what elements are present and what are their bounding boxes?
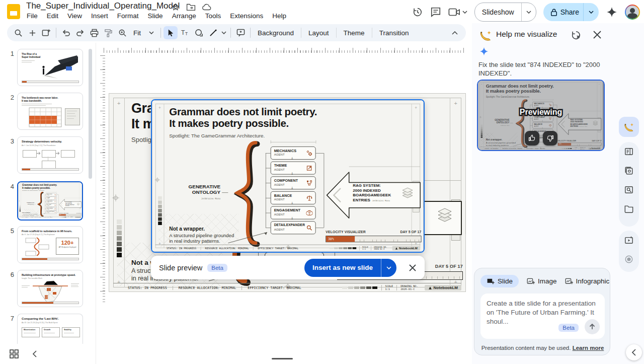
connector-line <box>266 183 271 183</box>
connector-line <box>266 153 271 154</box>
filmstrip-scrollbar[interactable] <box>89 49 92 179</box>
line-tool[interactable] <box>206 26 220 39</box>
generated-preview-card[interactable]: + + + + Grammar does not limit poetry. I… <box>477 80 605 151</box>
grid-view-icon[interactable] <box>9 349 19 359</box>
menu-extensions[interactable]: Extensions <box>225 11 268 21</box>
slide-number: 1 <box>5 50 14 57</box>
arrow-up-icon <box>589 323 596 330</box>
insert-options-dropdown[interactable] <box>381 259 396 277</box>
theme-button[interactable]: Theme <box>339 27 369 39</box>
article-sidebar-icon[interactable] <box>619 142 639 161</box>
menu-edit[interactable]: Edit <box>42 11 63 21</box>
menu-insert[interactable]: Insert <box>87 11 113 21</box>
previewing-label: Previewing Previewing <box>478 108 604 117</box>
share-dropdown[interactable] <box>583 3 599 21</box>
thumbs-up-button[interactable] <box>525 131 539 145</box>
undo-icon[interactable] <box>59 26 73 39</box>
slide-thumbnail-3[interactable]: Strategy determines velocity. Act I: Jan… <box>17 136 83 174</box>
image-search-icon[interactable] <box>619 180 639 199</box>
insert-as-new-slide-button[interactable]: Insert as new slide <box>304 259 396 277</box>
grayscale-chips <box>342 286 377 289</box>
flow-arrow-icon <box>36 152 41 155</box>
menu-slide[interactable]: Slide <box>143 11 168 21</box>
select-tool[interactable] <box>164 26 178 39</box>
video-sparkle-icon[interactable] <box>619 231 639 250</box>
photo-stack-icon[interactable] <box>619 161 639 180</box>
print-icon[interactable] <box>87 26 101 39</box>
grayscale-chips <box>330 247 356 249</box>
window-resize-handle[interactable] <box>272 358 293 359</box>
slide-thumbnail-2[interactable]: The bottleneck was never labor.It was ba… <box>17 93 83 130</box>
redo-icon[interactable] <box>73 26 87 39</box>
generation-prompt-input[interactable]: Create a title slide for a presentation … <box>480 294 605 339</box>
clear-history-icon[interactable] <box>571 30 582 41</box>
slide-thumbnail-6[interactable]: Building infrastructure at prototype spe… <box>17 270 83 307</box>
slides-logo-icon[interactable] <box>7 4 20 19</box>
velocity-row: VELOCITY VISUALIZERDAY 5 OF 17 <box>59 213 82 214</box>
menu-help[interactable]: Help <box>268 11 291 21</box>
meet-camera-icon[interactable] <box>448 7 460 17</box>
flow-arrow-icon: ↓ <box>51 210 51 210</box>
record-icon[interactable] <box>619 250 639 269</box>
collapse-toolbar-icon[interactable] <box>448 26 462 39</box>
connector-line <box>266 153 266 228</box>
search-menus-icon[interactable] <box>11 26 25 39</box>
line-tool-dropdown[interactable] <box>220 26 228 39</box>
thumbs-down-button[interactable] <box>543 131 557 145</box>
slide-thumbnail-7[interactable]: Conquering the 'Last 80%'. Act III: Jan … <box>17 314 83 344</box>
version-history-icon[interactable] <box>412 7 423 18</box>
flow-arrow-icon: ↓ <box>291 217 294 220</box>
learn-more-link[interactable]: Learn more <box>573 345 604 351</box>
menu-view[interactable]: View <box>63 11 87 21</box>
layout-button[interactable]: Layout <box>304 27 334 39</box>
gemini-spark-icon[interactable] <box>606 6 618 18</box>
connector-line <box>266 228 271 228</box>
slideshow-dropdown[interactable] <box>521 3 536 21</box>
new-slide-layout-icon[interactable] <box>39 26 53 39</box>
corner-mark: + <box>158 106 161 110</box>
new-slide-plus-icon[interactable] <box>25 26 39 39</box>
avatar[interactable] <box>625 5 640 20</box>
transition-button[interactable]: Transition <box>375 27 414 39</box>
dimension-line <box>271 142 316 142</box>
close-panel-icon[interactable] <box>593 30 602 39</box>
slideshow-button[interactable]: Slideshow <box>474 3 536 22</box>
menu-tools[interactable]: Tools <box>201 11 226 21</box>
gears-icon <box>306 150 313 157</box>
collapse-side-panel-button[interactable] <box>626 344 642 360</box>
document-title[interactable]: The_Super_Individual_Operating_Model <box>26 1 180 11</box>
insert-comment-icon[interactable] <box>233 26 248 39</box>
text-box-tool[interactable]: TT <box>178 26 192 39</box>
zoom-select[interactable]: Fit <box>129 28 158 38</box>
input-placeholder: Create a title slide for a presentation … <box>487 299 598 326</box>
menu-arrange[interactable]: Arrange <box>168 11 201 21</box>
comments-icon[interactable] <box>430 7 441 18</box>
collapse-filmstrip-icon[interactable] <box>32 350 37 357</box>
dismiss-preview-icon[interactable] <box>409 264 417 272</box>
slide-thumbnail-4-selected[interactable]: + + + + Grammar does not limit poetry. I… <box>17 181 83 221</box>
folder-icon[interactable] <box>619 199 639 219</box>
move-folder-icon[interactable] <box>186 3 196 11</box>
submit-prompt-button[interactable] <box>585 319 600 334</box>
slide-number: 4 <box>5 183 14 190</box>
zoom-icon[interactable] <box>115 26 129 39</box>
menu-format[interactable]: Format <box>113 11 143 21</box>
tab-infographic[interactable]: Infographic <box>565 277 610 285</box>
slide-preview-overlay[interactable]: + + + + Grammar does not limit poetry. I… <box>151 99 425 253</box>
tab-slide[interactable]: Slide <box>480 275 519 287</box>
background-button[interactable]: Background <box>253 27 298 39</box>
tab-image[interactable]: Image <box>527 277 557 285</box>
slide-thumbnail-1[interactable]: The Rise of aSuper Individual <box>17 49 83 86</box>
paint-format-icon[interactable] <box>101 26 115 39</box>
status-strip: STATUS: IN PROGRESS RESOURCE ALLOCATION:… <box>113 283 461 290</box>
cloud-status-icon[interactable] <box>202 4 212 11</box>
help-me-visualize-rail-button[interactable] <box>619 117 639 137</box>
slide-thumbnail-5[interactable]: From scaffold to substance in 96 hours. … <box>17 226 83 263</box>
menu-file[interactable]: File <box>22 11 42 21</box>
shape-tool[interactable] <box>192 26 206 39</box>
share-button[interactable]: Share <box>543 3 599 21</box>
horizontal-ruler <box>104 47 464 53</box>
chevron-down-icon[interactable] <box>462 11 467 14</box>
star-icon[interactable] <box>171 3 180 12</box>
crosshair-mark <box>112 194 119 201</box>
